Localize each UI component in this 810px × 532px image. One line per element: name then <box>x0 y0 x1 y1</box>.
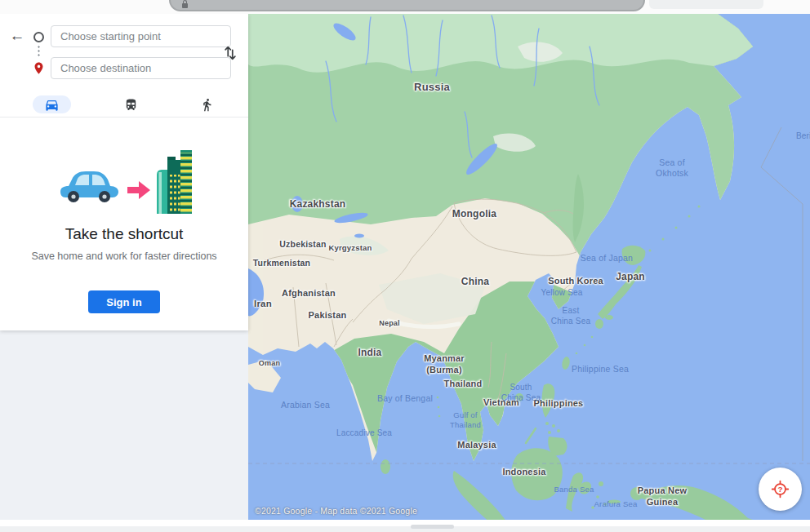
crosshair-question-icon: ? <box>769 478 791 500</box>
lock-icon <box>182 3 188 8</box>
svg-text:?: ? <box>777 485 782 494</box>
scrollbar-thumb[interactable] <box>411 525 454 529</box>
promo-title: Take the shortcut <box>0 225 248 243</box>
car-graphic <box>60 171 118 202</box>
swap-vertical-icon <box>221 44 239 62</box>
directions-panel: ← <box>0 14 248 330</box>
map-terrain <box>248 14 810 520</box>
browser-topbar <box>0 0 810 14</box>
car-icon <box>44 97 60 113</box>
destination-input[interactable] <box>51 57 231 79</box>
promo-subtitle: Save home and work for faster directions <box>0 250 248 262</box>
mode-walk-tab[interactable] <box>197 95 216 113</box>
walk-icon <box>200 98 214 112</box>
report-location-button[interactable]: ? <box>759 468 802 511</box>
browser-toolbar-fragment <box>649 0 763 9</box>
map-attribution: ©2021 Google - Map data ©2021 Google <box>255 506 417 516</box>
back-button[interactable]: ← <box>8 27 26 45</box>
panel-divider <box>0 117 248 117</box>
start-point-icon <box>33 32 44 42</box>
mode-drive-tab[interactable] <box>33 95 71 113</box>
destination-pin-icon <box>32 61 46 75</box>
mode-transit-tab[interactable] <box>120 95 141 113</box>
map-canvas[interactable]: RussiaKazakhstanMongoliaUzbekistanKyrgyz… <box>248 14 810 520</box>
app-window: ← <box>0 0 810 532</box>
start-input[interactable] <box>51 25 231 47</box>
browser-omnibox-remnant <box>169 0 645 11</box>
waypoint-dots-icon <box>38 45 40 56</box>
sign-in-button[interactable]: Sign in <box>88 290 160 313</box>
transit-icon <box>124 98 138 112</box>
arrow-graphic <box>127 181 150 199</box>
car-to-work-illustration <box>56 145 193 215</box>
swap-waypoints-button[interactable] <box>220 43 241 64</box>
panel-backdrop <box>0 330 248 520</box>
browser-bottombar <box>0 520 810 532</box>
buildings-graphic <box>157 150 192 214</box>
